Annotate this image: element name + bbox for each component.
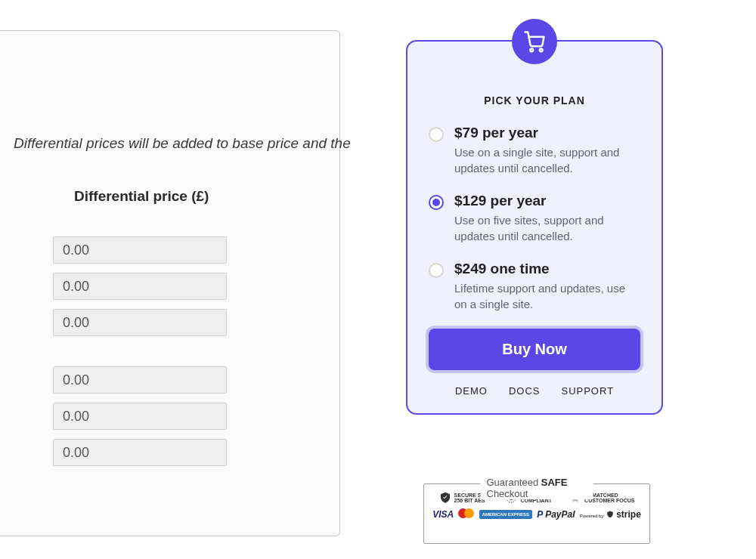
link-docs[interactable]: DOCS <box>509 385 541 397</box>
paypal-logo: P PayPal <box>537 509 575 520</box>
radio-1[interactable] <box>429 195 444 210</box>
cart-icon <box>512 19 557 64</box>
price-row-3 <box>53 366 321 394</box>
safe-checkout-legend: Guaranteed SAFE Checkout <box>481 477 593 499</box>
plan-desc-2: Lifetime support and updates, use on a s… <box>454 280 640 312</box>
price-input-5[interactable] <box>53 439 227 466</box>
price-input-4[interactable] <box>53 403 227 430</box>
plan-title-1: $129 per year <box>454 193 640 209</box>
safe-checkout-box: Guaranteed SAFE Checkout SECURE SSL256 B… <box>423 483 650 544</box>
price-input-3[interactable] <box>53 366 227 394</box>
pricing-links: DEMO DOCS SUPPORT <box>429 385 640 397</box>
differential-price-panel: Differential prices will be added to bas… <box>0 30 340 536</box>
price-row-4 <box>53 403 321 430</box>
mastercard-logo <box>458 508 474 520</box>
pricing-title: PICK YOUR PLAN <box>429 94 640 107</box>
price-input-1[interactable] <box>53 273 227 300</box>
column-header: Differential price (£) <box>74 188 321 205</box>
legend-bold: SAFE <box>541 477 568 488</box>
plan-text-1: $129 per year Use on five sites, support… <box>454 193 640 244</box>
legend-suffix: Checkout <box>487 488 528 499</box>
plan-title-0: $79 per year <box>454 125 640 141</box>
svg-point-0 <box>530 48 533 51</box>
buy-now-button[interactable]: Buy Now <box>429 329 640 370</box>
price-row-2 <box>53 309 321 336</box>
radio-2[interactable] <box>429 263 444 278</box>
shield-icon <box>439 492 451 504</box>
plan-text-0: $79 per year Use on a single site, suppo… <box>454 125 640 176</box>
legend-prefix: Guaranteed <box>487 477 541 488</box>
svg-point-1 <box>540 48 543 51</box>
plan-option-1[interactable]: $129 per year Use on five sites, support… <box>429 193 640 244</box>
price-row-1 <box>53 273 321 300</box>
visa-logo: VISA <box>432 509 454 520</box>
hint-text: Differential prices will be added to bas… <box>14 135 321 152</box>
plan-text-2: $249 one time Lifetime support and updat… <box>454 261 640 312</box>
price-row-5 <box>53 439 321 466</box>
link-demo[interactable]: DEMO <box>455 385 488 397</box>
plan-title-2: $249 one time <box>454 261 640 277</box>
amex-logo: AMERICAN EXPRESS <box>479 510 532 519</box>
plan-option-2[interactable]: $249 one time Lifetime support and updat… <box>429 261 640 312</box>
price-input-2[interactable] <box>53 309 227 336</box>
plan-desc-1: Use on five sites, support and updates u… <box>454 212 640 244</box>
pricing-card: PICK YOUR PLAN $79 per year Use on a sin… <box>406 40 663 415</box>
plan-option-0[interactable]: $79 per year Use on a single site, suppo… <box>429 125 640 176</box>
price-row-0 <box>53 236 321 264</box>
stripe-logo: Powered by stripe <box>580 509 641 520</box>
radio-0[interactable] <box>429 127 444 142</box>
shield-icon <box>606 511 614 518</box>
plan-desc-0: Use on a single site, support and update… <box>454 144 640 176</box>
payments-row: VISA AMERICAN EXPRESS P PayPal Powered b… <box>430 508 643 520</box>
price-input-0[interactable] <box>53 236 227 264</box>
link-support[interactable]: SUPPORT <box>561 385 614 397</box>
